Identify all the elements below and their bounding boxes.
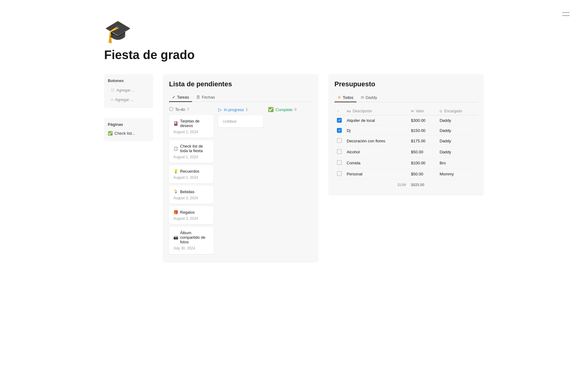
budget-tabs: ✳ Todos ✉ Daddy (334, 93, 478, 102)
checklist-icon: ✅ (108, 131, 113, 136)
table-row[interactable]: Decoración con flores$175.00Daddy (334, 136, 478, 147)
cell-descripcion: Dj (344, 125, 409, 136)
complete-column: ✅ Complete 0 (268, 107, 312, 257)
checkbox-unchecked[interactable] (337, 171, 342, 176)
cell-encargado: Daddy (437, 115, 478, 125)
cell-encargado: Mommy (437, 169, 478, 180)
list-icon: ≡ (111, 97, 113, 102)
card-title-regalos: 🎁 Regalos (173, 210, 209, 215)
presupuesto-title: Presupuesto (334, 80, 478, 88)
add-button-2[interactable]: ≡ Agregar ... (108, 95, 149, 104)
cell-valor: $150.00 (409, 125, 437, 136)
card-date-bebidas: August 3, 2024 (173, 196, 209, 200)
sum-label: SUM (334, 180, 409, 190)
card-icon-regalos: 🎁 (173, 210, 178, 215)
cell-encargado: Bro (437, 158, 478, 169)
todo-col-header: To-do 7 (169, 107, 213, 112)
calendar-tab-icon: 🗓 (196, 95, 200, 99)
col-valor-header: ✉ Valor (409, 107, 437, 115)
add-button-1[interactable]: ☑ Agregar ... (108, 86, 149, 94)
card-icon-recuerdos: 💡 (173, 169, 178, 174)
line-1 (562, 12, 570, 13)
cell-valor: $50.00 (409, 147, 437, 158)
kanban-card-bebidas[interactable]: 🍹 Bebidas August 3, 2024 (169, 186, 213, 204)
checkbox-unchecked[interactable] (337, 138, 342, 143)
budget-table: ✓ Aa Descripción ✉ Valor ⊙ Encargado (334, 107, 478, 189)
todo-label: To-do (175, 107, 185, 112)
kanban-card-recuerdos[interactable]: 💡 Recuerdos August 2, 2024 (169, 165, 213, 183)
inprogress-count: 1 (246, 107, 248, 112)
inprogress-col-header: ▷ In progress 1 (218, 107, 263, 112)
checkbox-icon: ☑ (111, 88, 115, 92)
botones-title: Botones (108, 78, 149, 83)
checkbox-checked[interactable] (337, 118, 342, 123)
untitled-card-label: Untitled (223, 119, 236, 124)
botones-section: Botones ☑ Agregar ... ≡ Agregar ... (104, 74, 153, 108)
check-tab-icon: ✓ (172, 95, 175, 99)
add-button-2-label: Agregar ... (115, 97, 134, 102)
complete-label: Complete (276, 107, 293, 112)
page-header: 🎓 Fiesta de grado (104, 18, 484, 62)
cell-valor: $300.00 (409, 115, 437, 125)
text-icon: Aa (347, 109, 351, 113)
cell-valor: $50.00 (409, 169, 437, 180)
card-icon-checklist: 📋 (173, 146, 178, 151)
add-button-1-label: Agregar ... (116, 88, 135, 92)
complete-col-header: ✅ Complete 0 (268, 107, 312, 112)
line-2 (562, 15, 570, 16)
check-col-icon: ✓ (337, 109, 340, 113)
kanban-card-tarjetas[interactable]: 🎴 Tarjetas de deseos August 1, 2024 (169, 115, 213, 138)
pendientes-section: Lista de pendientes ✓ Tareas 🗓 Fechas (163, 74, 318, 263)
card-date-recuerdos: August 2, 2024 (173, 175, 209, 180)
kanban-card-checklist[interactable]: 📋 Check list de toda la fiesta August 1,… (169, 140, 213, 163)
cell-descripcion: Alcohol (344, 147, 409, 158)
checkbox-checked[interactable] (337, 128, 342, 133)
card-title-album: 📸 Álbum compartido de fotos (173, 230, 209, 244)
daddy-tab-label: Daddy (366, 95, 377, 100)
budget-tab-todos[interactable]: ✳ Todos (334, 93, 356, 102)
card-date-regalos: August 3, 2024 (173, 216, 209, 221)
cell-descripcion: Alquiler de local (344, 115, 409, 125)
card-date-tarjetas: August 1, 2024 (173, 130, 209, 134)
todo-column: To-do 7 🎴 Tarjetas de deseos August 1, 2… (169, 107, 213, 257)
tab-fechas[interactable]: 🗓 Fechas (193, 93, 218, 102)
sum-value: $825.00 (409, 180, 437, 190)
tab-fechas-label: Fechas (202, 95, 215, 99)
complete-icon: ✅ (268, 107, 274, 112)
col-descripcion-header: Aa Descripción (344, 107, 409, 115)
tab-tareas[interactable]: ✓ Tareas (169, 93, 192, 102)
pendientes-tabs: ✓ Tareas 🗓 Fechas (169, 93, 312, 102)
kanban-card-album[interactable]: 📸 Álbum compartido de fotos July 30, 202… (169, 227, 213, 254)
table-row[interactable]: Dj$150.00Daddy (334, 125, 478, 136)
cell-descripcion: Comida (344, 158, 409, 169)
todo-circle-icon (169, 107, 173, 112)
pendientes-title: Lista de pendientes (169, 80, 312, 88)
card-icon-album: 📸 (173, 235, 178, 240)
inprogress-column: ▷ In progress 1 Untitled (218, 107, 263, 257)
card-date-checklist: August 1, 2024 (173, 155, 209, 159)
table-row[interactable]: Personal$50.00Mommy (334, 169, 478, 180)
tab-tareas-label: Tareas (177, 95, 189, 99)
page-title: Fiesta de grado (104, 48, 484, 62)
kanban-card-untitled[interactable]: Untitled (218, 115, 263, 127)
cell-descripcion: Decoración con flores (344, 136, 409, 147)
card-icon-tarjetas: 🎴 (173, 121, 178, 126)
page-link-checklist[interactable]: ✅ Check list... (108, 130, 149, 137)
kanban-board: To-do 7 🎴 Tarjetas de deseos August 1, 2… (169, 107, 312, 257)
encargado-icon: ⊙ (439, 109, 442, 113)
todo-count: 7 (187, 107, 189, 112)
main-grid: Botones ☑ Agregar ... ≡ Agregar ... Pági… (104, 74, 484, 263)
table-row[interactable]: Alquiler de local$300.00Daddy (334, 115, 478, 125)
checkbox-unchecked[interactable] (337, 160, 342, 165)
budget-tab-daddy[interactable]: ✉ Daddy (358, 93, 380, 102)
table-row[interactable]: Alcohol$50.00Daddy (334, 147, 478, 158)
sidebar: Botones ☑ Agregar ... ≡ Agregar ... Pági… (104, 74, 153, 141)
complete-count: 0 (294, 107, 296, 112)
daddy-tab-icon: ✉ (361, 95, 364, 100)
kanban-card-regalos[interactable]: 🎁 Regalos August 3, 2024 (169, 206, 213, 224)
table-row[interactable]: Comida$100.00Bro (334, 158, 478, 169)
checkbox-unchecked[interactable] (337, 149, 342, 154)
card-title-bebidas: 🍹 Bebidas (173, 189, 209, 194)
paginas-title: Páginas (108, 122, 149, 127)
menu-lines (562, 12, 570, 16)
